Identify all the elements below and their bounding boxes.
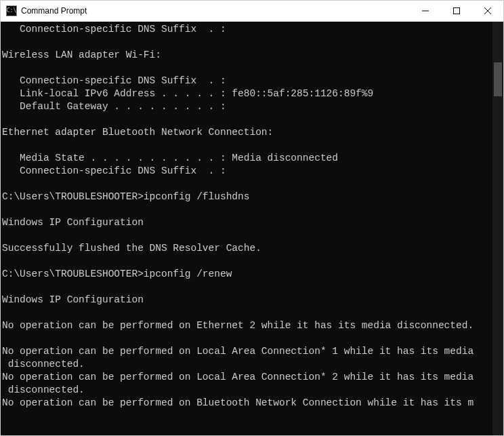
scrollbar[interactable]	[492, 22, 503, 435]
window-controls	[410, 1, 503, 21]
cmd-icon-glyph: C:\	[7, 8, 16, 14]
cmd-icon: C:\	[6, 5, 17, 16]
title-bar: C:\ Command Prompt	[1, 1, 503, 22]
scrollbar-thumb[interactable]	[494, 62, 502, 96]
maximize-icon	[453, 7, 460, 14]
minimize-icon	[422, 7, 429, 14]
close-icon	[484, 7, 491, 14]
maximize-button[interactable]	[441, 1, 472, 21]
close-button[interactable]	[472, 1, 503, 21]
terminal-container: Connection-specific DNS Suffix . : Wirel…	[1, 22, 503, 435]
svg-rect-1	[454, 8, 460, 14]
window-title: Command Prompt	[21, 6, 410, 16]
minimize-button[interactable]	[410, 1, 441, 21]
terminal-output[interactable]: Connection-specific DNS Suffix . : Wirel…	[1, 22, 492, 435]
